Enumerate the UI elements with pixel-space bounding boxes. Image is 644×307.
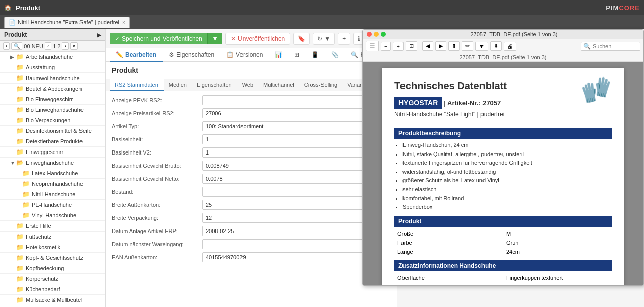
form-row-pevk: Anzeige PEVK RS2: [112,95,391,105]
pdf-table-cell: Fingerkuppen texturiert [503,273,612,282]
label-breite-verpackung: Breite Verpackung: [112,213,202,221]
sidebar-item-arbeitshandschuhe[interactable]: ▶ 📁 Arbeitshandschuhe [0,52,105,62]
glove-image: 🧤 [581,75,612,104]
sidebar-item-desinfektion[interactable]: 📁 Desinfektionsmittel & Seife [0,126,105,136]
input-datum-anlage[interactable] [202,226,381,236]
folder-icon: 📁 [22,170,30,177]
label-ean: EAN Außenkarton: [112,252,202,260]
pdf-sidebar-toggle[interactable]: ☰ [366,41,379,51]
sidebar-item-einweggeschirr[interactable]: 📁 Einweggeschirr [0,147,105,158]
pdf-window-controls [367,32,386,37]
sidebar-item-korperschutz[interactable]: 📁 Körperschutz [0,274,105,284]
publish-dropdown-button[interactable]: ▼ [207,33,222,44]
sidebar-item-pe[interactable]: 📁 PE-Handschuhe [0,200,105,210]
pdf-page: Technisches Datenblatt HYGOSTAR | Artike… [382,68,624,285]
search-icon: 🔍 [351,51,358,58]
sidebar-item-vinyl[interactable]: 📁 Vinyl-Handschuhe [0,210,105,221]
folder-icon: 📁 [22,191,30,198]
item-label: Fußschutz [26,234,51,240]
input-datum-wareneingang[interactable] [202,239,381,249]
tab-eigenschaften[interactable]: ⚙ Eigenschaften [163,48,220,62]
close-tab-button[interactable]: × [122,20,125,25]
pdf-share[interactable]: ⬆ [448,41,460,51]
pdf-zoom-in[interactable]: + [393,42,403,51]
form-row-gewicht-netto: Basiseinheit Gewicht Netto: [112,174,391,184]
label-basiseinheit-v2: Basiseinheit V2: [112,147,202,156]
document-tab[interactable]: 📄 Nitril-Handschuhe "Extra Safe" | puder… [4,17,130,28]
sidebar-item-kopfgesicht[interactable]: 📁 Kopf- & Gesichtsschutz [0,253,105,263]
pdf-download[interactable]: ⬇ [490,41,502,51]
item-label: Bio Einweghandschuhe [26,107,84,113]
form-row-basiseinheit-v2: Basiseinheit V2: [112,147,391,158]
pdf-section-produkt: Produkt [394,216,612,227]
subtab-eigenschaften[interactable]: Eigenschaften [192,79,237,91]
folder-icon: 📁 [16,244,24,251]
page-2: 2 [57,43,60,49]
pdf-maximize-dot[interactable] [381,32,386,37]
folder-icon: 📁 [16,74,24,82]
sidebar-item-hotelkosmetik[interactable]: 📁 Hotelkosmetik [0,242,105,253]
toolbar-btn-3[interactable]: + [338,33,350,45]
pdf-search-input[interactable] [593,43,638,49]
folder-icon: 📁 [16,53,24,60]
tab-versionen[interactable]: 📋 Versionen [220,48,269,62]
nav-last[interactable]: » [70,42,78,50]
pdf-zoom-out[interactable]: − [381,42,391,51]
unpublish-label: Unveröffentlichen [238,35,285,42]
sidebar-item-bio-verpackungen[interactable]: 📁 Bio Verpackungen [0,115,105,126]
sidebar-item-bio-handschuhe[interactable]: 📁 Bio Einweghandschuhe [0,105,105,115]
subtab-multichannel[interactable]: Multichannel [258,79,299,91]
tab-4[interactable]: 📊 [269,48,288,62]
subtab-web[interactable]: Web [237,79,258,91]
item-label: Hotelkosmetik [26,244,60,250]
pdf-print[interactable]: 🖨 [504,42,516,51]
tab-7[interactable]: 📎 [325,48,345,62]
edit-icon: ✏️ [116,51,123,58]
toolbar-btn-1[interactable]: 🔖 [293,33,310,45]
toolbar-btn-2[interactable]: ↻ ▼ [313,33,335,45]
nav-search[interactable]: 🔍 [11,42,22,50]
pdf-next-page[interactable]: ▶ [435,41,446,51]
pdf-minimize-dot[interactable] [374,32,379,37]
sidebar-item-latex[interactable]: 📁 Latex-Handschuhe [0,168,105,179]
pdf-pen-tool[interactable]: ✏ [462,41,473,51]
sidebar-arrow: ▶ [97,32,101,38]
subtab-crossselling[interactable]: Cross-Selling [299,79,342,91]
subtab-rs2[interactable]: RS2 Stammdaten [110,79,164,91]
tab-5[interactable]: ⊞ [288,48,305,62]
item-label: Vinyl-Handschuhe [32,212,76,218]
pdf-titlebar: 27057_TDB_DE.pdf (Seite 1 von 3) [363,30,643,39]
pdf-close-dot[interactable] [367,32,372,37]
sidebar-item-einweghandschuhe[interactable]: ▼ 📂 Einweghandschuhe [0,158,105,168]
pdf-prev-page[interactable]: ◀ [422,41,433,51]
pdf-fit[interactable]: ⊡ [406,41,417,51]
nav-prev[interactable]: ‹ [45,42,51,50]
sidebar-item-fusschutz[interactable]: 📁 Fußschutz [0,232,105,242]
tab-bearbeiten[interactable]: ✏️ Bearbeiten [110,48,163,62]
pdf-pen-dropdown[interactable]: ▼ [475,42,488,51]
sidebar-item-neopren[interactable]: 📁 Neoprenhandschuhe [0,179,105,189]
x-icon: ✕ [231,35,236,42]
save-publish-button[interactable]: ✓ Speichern und Veröffentlichen [110,33,207,44]
sidebar-item-kuche[interactable]: 📁 Küchenbedarf [0,284,105,295]
subtab-medien[interactable]: Medien [164,79,192,91]
form-row-gewicht-brutto: Basiseinheit Gewicht Brutto: [112,161,391,171]
sidebar-item-ausstattung[interactable]: 📁 Ausstattung [0,62,105,73]
nav-back[interactable]: ‹ [3,42,10,50]
sidebar-item-baumwoll[interactable]: 📁 Baumwollhandschuhe [0,73,105,84]
sidebar-item-detektierbar[interactable]: 📁 Detektierbare Produkte [0,136,105,147]
sidebar-item-bio-geschirr[interactable]: 📁 Bio Einweggeschirr [0,94,105,105]
tab4-icon: 📊 [275,51,282,58]
item-label: Einweghandschuhe [26,160,74,166]
folder-icon: 📁 [16,85,24,92]
sidebar-item-mullsacke[interactable]: 📁 Müllsäcke & Müllbeutel [0,295,105,305]
nav-next[interactable]: › [62,42,68,50]
tab-6[interactable]: 📱 [305,48,325,62]
item-label: Müllsäcke & Müllbeutel [26,297,83,303]
sidebar-item-nitril[interactable]: 📁 Nitril-Handschuhe [0,189,105,200]
unpublish-button[interactable]: ✕ Unveröffentlichen [225,33,290,45]
sidebar-item-kopfbedeckung[interactable]: 📁 Kopfbedeckung [0,263,105,274]
sidebar-item-erste-hilfe[interactable]: 📁 Erste Hilfe [0,221,105,232]
sidebar-item-beutel[interactable]: 📁 Beutel & Abdeckungen [0,84,105,94]
folder-icon: 📁 [22,212,30,219]
